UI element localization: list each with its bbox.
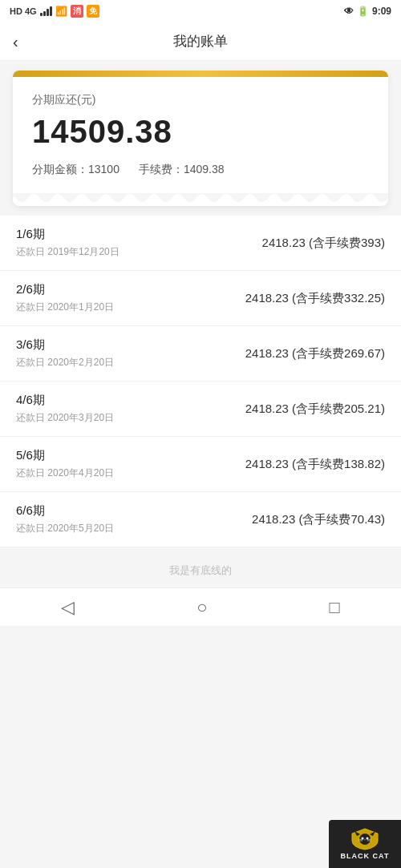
blackcat-badge: BLACK CAT <box>329 820 401 868</box>
signal-bars <box>40 6 52 16</box>
card-label: 分期应还(元) <box>32 93 369 107</box>
blackcat-icon <box>350 828 379 850</box>
item-date-0: 还款日 2019年12月20日 <box>16 245 119 259</box>
item-left-2: 3/6期 还款日 2020年2月20日 <box>16 337 114 369</box>
status-right: 👁 🔋 9:09 <box>344 6 391 17</box>
fee-value: 1409.38 <box>184 163 225 176</box>
signal-bar-2 <box>43 11 46 16</box>
page-title: 我的账单 <box>173 32 228 50</box>
bill-card: 分期应还(元) 14509.38 分期金额：13100 手续费：1409.38 <box>13 71 388 206</box>
item-date-3: 还款日 2020年3月20日 <box>16 411 114 425</box>
item-amount-4: 2418.23 (含手续费138.82) <box>245 457 385 472</box>
item-date-4: 还款日 2020年4月20日 <box>16 466 114 480</box>
item-period-1: 2/6期 <box>16 282 114 297</box>
item-period-5: 6/6期 <box>16 503 114 519</box>
back-button[interactable]: ‹ <box>13 34 18 50</box>
fee-info: 手续费：1409.38 <box>139 163 225 177</box>
item-left-0: 1/6期 还款日 2019年12月20日 <box>16 227 119 259</box>
bottom-nav: ◁ ○ □ <box>0 587 401 626</box>
status-icon2: 免 <box>87 5 99 18</box>
svg-point-2 <box>359 834 371 845</box>
network-label: HD 4G <box>10 6 37 16</box>
zigzag-decoration <box>13 193 388 206</box>
eye-icon: 👁 <box>344 6 354 17</box>
item-left-5: 6/6期 还款日 2020年5月20日 <box>16 503 114 535</box>
battery-icon: 🔋 <box>357 6 369 17</box>
item-left-4: 5/6期 还款日 2020年4月20日 <box>16 448 114 480</box>
item-left-1: 2/6期 还款日 2020年1月20日 <box>16 282 114 314</box>
item-period-0: 1/6期 <box>16 227 119 242</box>
nav-home-button[interactable]: ○ <box>196 597 207 618</box>
item-amount-3: 2418.23 (含手续费205.21) <box>245 402 385 417</box>
nav-recent-button[interactable]: □ <box>330 597 340 618</box>
signal-bar-3 <box>47 9 49 16</box>
installment-item: 2/6期 还款日 2020年1月20日 2418.23 (含手续费332.25) <box>0 271 401 326</box>
svg-point-3 <box>362 838 364 840</box>
item-date-2: 还款日 2020年2月20日 <box>16 356 114 369</box>
item-amount-1: 2418.23 (含手续费332.25) <box>245 291 385 306</box>
item-date-1: 还款日 2020年1月20日 <box>16 301 114 314</box>
wifi-icon: 📶 <box>55 6 67 17</box>
installment-item: 3/6期 还款日 2020年2月20日 2418.23 (含手续费269.67) <box>0 326 401 382</box>
status-left: HD 4G 📶 消 免 <box>10 5 99 18</box>
principal-label: 分期金额： <box>32 163 88 176</box>
item-period-2: 3/6期 <box>16 337 114 353</box>
blackcat-label: BLACK CAT <box>341 852 390 860</box>
time-display: 9:09 <box>372 6 391 17</box>
item-amount-5: 2418.23 (含手续费70.43) <box>252 512 385 527</box>
item-amount-0: 2418.23 (含手续费393) <box>262 236 385 251</box>
item-amount-2: 2418.23 (含手续费269.67) <box>245 346 385 361</box>
installment-item: 6/6期 还款日 2020年5月20日 2418.23 (含手续费70.43) <box>0 492 401 547</box>
signal-bar-1 <box>40 13 43 16</box>
principal-info: 分期金额：13100 <box>32 163 119 177</box>
item-date-5: 还款日 2020年5月20日 <box>16 522 114 535</box>
status-bar: HD 4G 📶 消 免 👁 🔋 9:09 <box>0 0 401 22</box>
item-left-3: 4/6期 还款日 2020年3月20日 <box>16 393 114 425</box>
nav-back-button[interactable]: ◁ <box>61 597 75 618</box>
installment-item: 4/6期 还款日 2020年3月20日 2418.23 (含手续费205.21) <box>0 382 401 437</box>
status-icons: 消 <box>71 5 83 18</box>
card-top-decoration <box>13 71 388 77</box>
item-period-3: 4/6期 <box>16 393 114 408</box>
installment-item: 1/6期 还款日 2019年12月20日 2418.23 (含手续费393) <box>0 216 401 271</box>
signal-bar-4 <box>50 6 52 16</box>
card-body: 分期应还(元) 14509.38 分期金额：13100 手续费：1409.38 <box>13 77 388 193</box>
total-amount: 14509.38 <box>32 114 369 150</box>
item-period-4: 5/6期 <box>16 448 114 463</box>
principal-value: 13100 <box>88 163 119 176</box>
fee-label: 手续费： <box>139 163 184 176</box>
installment-item: 5/6期 还款日 2020年4月20日 2418.23 (含手续费138.82) <box>0 437 401 492</box>
card-detail: 分期金额：13100 手续费：1409.38 <box>32 163 369 193</box>
footer: 我是有底线的 <box>0 547 401 587</box>
svg-point-4 <box>367 838 369 840</box>
installment-list: 1/6期 还款日 2019年12月20日 2418.23 (含手续费393) 2… <box>0 216 401 547</box>
header: ‹ 我的账单 <box>0 22 401 61</box>
